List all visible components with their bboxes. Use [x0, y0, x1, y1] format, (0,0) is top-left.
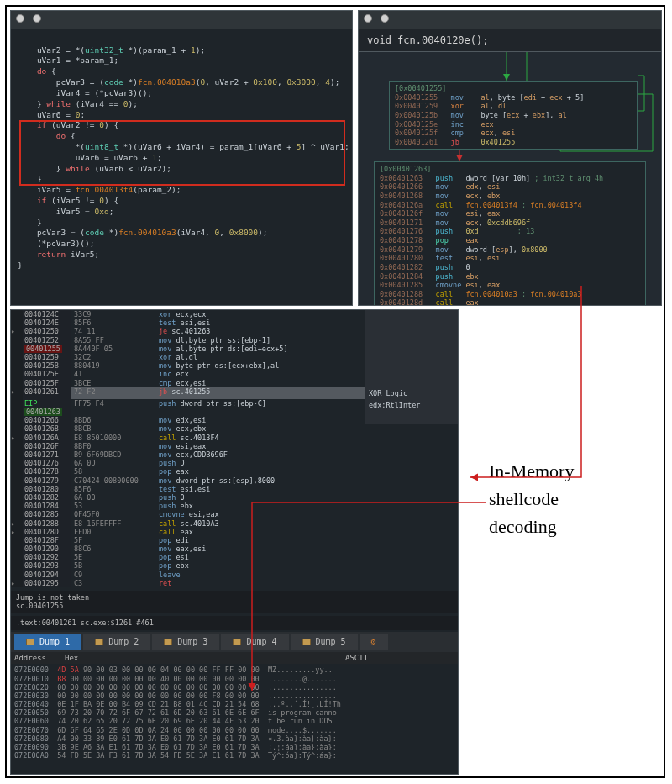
basic-block-1[interactable]: [0x00401255] 0x00401255 mov al, byte [ed…	[389, 81, 638, 150]
debugger-pane: 0040124C33C9xor ecx,ecx0040124E85F6test …	[10, 309, 459, 775]
dump-icon	[26, 639, 34, 645]
dump-tabs: Dump 1Dump 2Dump 3Dump 4Dump 5⚙	[11, 632, 458, 652]
minimize-icon[interactable]	[381, 14, 389, 23]
asm-row[interactable]: 0040124C33C9xor ecx,ecx	[11, 310, 458, 318]
dump-icon	[95, 639, 103, 645]
asm-row[interactable]: ▸0040126172 F2jb sc.401255XOR Logic	[11, 387, 458, 399]
asm-row[interactable]: 004012935Bpop ebx	[11, 561, 458, 570]
asm-row[interactable]: 004012688BCBmov ecx,ebx	[11, 424, 458, 433]
dump-tab[interactable]: Dump 3	[152, 634, 219, 650]
decompile-pane: uVar2 = *(uint32_t *)(param_1 + 1); uVar…	[10, 10, 353, 306]
asm-row[interactable]: EIP 00401263FF75 F4push dword ptr ss:[eb…	[11, 399, 458, 416]
dump-tab[interactable]: Dump 1	[14, 634, 81, 650]
close-icon[interactable]	[364, 14, 372, 23]
jump-status: Jump is not taken sc.00401255	[11, 591, 458, 613]
asm-row[interactable]: ▸0040128DFFD0call eax	[11, 528, 458, 536]
window-controls	[11, 11, 352, 29]
asm-row[interactable]: 004012528A55 FFmov dl,byte ptr ss:[ebp-1…	[11, 336, 458, 345]
watchdog-icon: ⚙	[371, 637, 376, 647]
function-title: void fcn.0040120e();	[359, 29, 661, 52]
close-icon[interactable]	[16, 14, 24, 23]
asm-row[interactable]: 0040125F3BCEcmp ecx,esi	[11, 379, 458, 387]
asm-row[interactable]: 00401294C9leave	[11, 571, 458, 579]
dump-icon	[233, 639, 241, 645]
asm-row[interactable]: 0040125B880419mov byte ptr ds:[ecx+ebx],…	[11, 361, 458, 370]
watch-tab[interactable]: ⚙	[360, 634, 388, 650]
asm-row[interactable]: ▸00401295C3ret	[11, 579, 458, 587]
decompile-code[interactable]: uVar2 = *(uint32_t *)(param_1 + 1); uVar…	[11, 29, 352, 276]
asm-row[interactable]: 0040128085F6test esi,esi	[11, 485, 458, 493]
graph-pane: void fcn.0040120e(); [0x00401255] 0x0040…	[358, 10, 662, 306]
window-controls	[359, 11, 661, 29]
dump-tab[interactable]: Dump 4	[221, 634, 288, 650]
asm-row[interactable]: 004012826A 00push 0	[11, 493, 458, 502]
asm-row[interactable]: 0040124E85F6test esi,esi	[11, 318, 458, 327]
dump-icon	[302, 639, 311, 645]
basic-block-2[interactable]: [0x00401263] 0x00401263 push dword [var_…	[374, 161, 646, 306]
svg-marker-0	[456, 155, 463, 161]
annotation-label: In-Memory shellcode decoding	[489, 457, 655, 540]
asm-row[interactable]: 00401279C70424 00800000mov dword ptr ss:…	[11, 476, 458, 485]
dump-tab[interactable]: Dump 2	[83, 634, 150, 650]
asm-row[interactable]: 0040128453push ebx	[11, 502, 458, 510]
dump-icon	[164, 639, 172, 645]
asm-row[interactable]: 0040125E41inc ecx	[11, 370, 458, 378]
hex-dump[interactable]: 072E0000 4D 5A 90 00 03 00 00 00 04 00 0…	[11, 664, 458, 761]
asm-row[interactable]: 00401271B9 6F69DBCDmov ecx,CDDB696F	[11, 450, 458, 459]
asm-row[interactable]: 0040126F8BF0mov esi,eax	[11, 442, 458, 450]
asm-row[interactable]: 0040129088C6mov eax,esi	[11, 545, 458, 553]
svg-marker-1	[503, 74, 510, 81]
asm-row[interactable]: 004012925Epop esi	[11, 553, 458, 561]
graph-area[interactable]: [0x00401255] 0x00401255 mov al, byte [ed…	[359, 52, 661, 306]
asm-row[interactable]: ▸0040126AE8 85010000call sc.4013F4	[11, 434, 458, 442]
asm-row[interactable]: 004012766A 0Dpush D	[11, 459, 458, 467]
hex-header: Address Hex ASCII	[11, 652, 458, 665]
asm-row[interactable]: 004012668BD6mov edx,esi	[11, 416, 458, 424]
asm-row[interactable]: 004012850F45F0cmovne esi,eax	[11, 510, 458, 518]
location-status: .text:00401261 sc.exe:$1261 #461	[11, 616, 458, 629]
minimize-icon[interactable]	[33, 14, 41, 23]
asm-row[interactable]: 0040127858pop eax	[11, 467, 458, 476]
asm-row[interactable]: 0040128F5Fpop edi	[11, 536, 458, 545]
dump-tab[interactable]: Dump 5	[291, 634, 358, 650]
asm-row[interactable]: ▸00401288E8 16FEFFFFcall sc.4010A3	[11, 519, 458, 528]
asm-row[interactable]: 0040125932C2xor al,dl	[11, 353, 458, 361]
disassembly-listing[interactable]: 0040124C33C9xor ecx,ecx0040124E85F6test …	[11, 310, 458, 587]
asm-row[interactable]: 004012558A440F 05mov al,byte ptr ds:[edi…	[11, 345, 458, 353]
asm-row[interactable]: ▸0040125074 11je sc.401263	[11, 327, 458, 335]
